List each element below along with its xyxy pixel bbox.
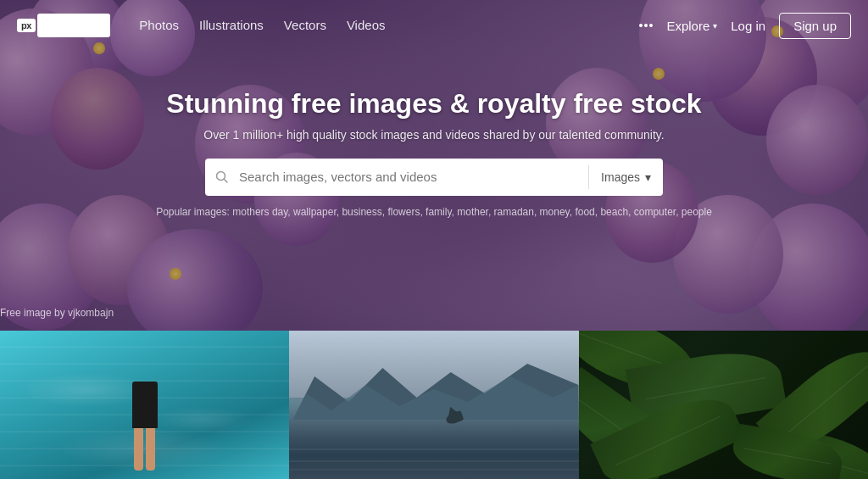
image-credit: Free image by vjkombajn <box>0 307 114 319</box>
more-button[interactable] <box>639 24 653 27</box>
signup-button[interactable]: Sign up <box>779 13 851 39</box>
water <box>289 420 578 479</box>
header-right: Explore ▾ Log in Sign up <box>639 13 851 39</box>
search-icon <box>205 170 239 184</box>
search-bar[interactable]: Images ▾ <box>205 159 663 196</box>
water-ripples <box>289 420 578 479</box>
body <box>132 382 158 428</box>
chevron-down-icon: ▾ <box>713 21 717 31</box>
nav-item-photos[interactable]: Photos <box>139 18 179 33</box>
nav-item-videos[interactable]: Videos <box>347 18 386 33</box>
nav-item-vectors[interactable]: Vectors <box>284 18 326 33</box>
svg-line-1 <box>225 179 228 182</box>
explore-button[interactable]: Explore ▾ <box>666 19 717 33</box>
popular-label: Popular images: <box>156 206 230 218</box>
search-input[interactable] <box>239 170 588 184</box>
login-button[interactable]: Log in <box>731 19 765 33</box>
popular-tags-list: mothers day, wallpaper, business, flower… <box>232 206 712 218</box>
photo-cell-pool[interactable] <box>0 331 289 479</box>
logo[interactable]: pxpixabay <box>17 14 112 37</box>
search-type-label: Images <box>601 170 640 184</box>
hero-title: Stunning free images & royalty free stoc… <box>166 88 701 120</box>
nav-item-illustrations[interactable]: Illustrations <box>199 18 264 33</box>
popular-tags: Popular images: mothers day, wallpaper, … <box>156 206 712 218</box>
mountain-scene <box>289 331 578 479</box>
explore-label: Explore <box>666 19 709 33</box>
photo-grid <box>0 331 868 479</box>
main-nav: Photos Illustrations Vectors Videos <box>139 18 639 33</box>
mountains-svg <box>289 359 578 427</box>
search-type-chevron: ▾ <box>645 170 651 184</box>
header: pxpixabay Photos Illustrations Vectors V… <box>0 0 868 51</box>
hero-subtitle: Over 1 million+ high quality stock image… <box>203 128 664 142</box>
photo-cell-leaves[interactable] <box>579 331 868 479</box>
legs <box>132 428 158 471</box>
swimmer-figure <box>132 382 158 471</box>
photo-cell-ocean[interactable] <box>289 331 578 479</box>
search-type-button[interactable]: Images ▾ <box>589 170 663 184</box>
